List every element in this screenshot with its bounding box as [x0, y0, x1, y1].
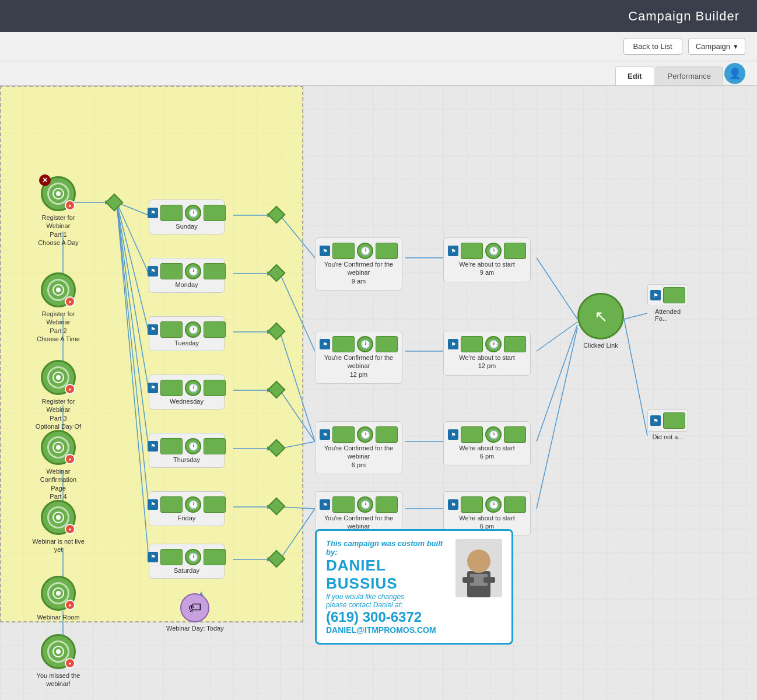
action-block2-friday [204, 496, 226, 513]
clicked-link-node[interactable]: ↖ Clicked Link [577, 293, 624, 349]
close-icon[interactable]: ✕ [39, 174, 51, 186]
day-block-sunday[interactable]: ⚑ 🕐 Sunday [149, 200, 225, 235]
sidebar-node-webinar-room[interactable]: Webinar Room [32, 576, 85, 621]
gb2-confirm-today [376, 496, 398, 513]
email-card-start-6pm[interactable]: ⚑ 🕐 We're about to start6 pm [443, 421, 531, 466]
node-circle-register-p3 [41, 360, 76, 395]
badge-icon [65, 384, 75, 394]
promo-email: DANIEL@ITMPROMOS.COM [326, 625, 450, 635]
label-start-12pm: We're about to start12 pm [459, 354, 514, 370]
gb-start-12pm [461, 336, 483, 352]
svg-line-42 [624, 313, 647, 319]
gb-attended [663, 287, 685, 303]
attended-node[interactable]: ⚑ AttendedFo... [647, 284, 688, 322]
badge-icon [65, 200, 75, 211]
header: Campaign Builder [0, 0, 757, 32]
gb-start-9am [461, 243, 483, 259]
flag-icon-wednesday: ⚑ [148, 383, 158, 393]
user-avatar-icon: 👤 [724, 63, 745, 84]
did-not-attend-node[interactable]: ⚑ Did not a... [647, 410, 688, 440]
action-block-wednesday [160, 380, 183, 396]
gb2-confirm-6pm [376, 426, 398, 443]
gb2-start-today [504, 496, 526, 513]
badge-icon [65, 524, 75, 534]
decision-diamond-main [108, 196, 121, 209]
diamond-monday [270, 267, 283, 279]
action-block-saturday [160, 549, 183, 565]
clock-icon-sunday: 🕐 [185, 205, 201, 221]
badge-icon [65, 658, 75, 668]
label-start-9am: We're about to start9 am [459, 260, 514, 277]
action-block-sunday [160, 205, 183, 221]
email-card-confirm-9am[interactable]: ⚑ 🕐 You're Confirmed for the webinar9 am [315, 237, 402, 290]
flag-icon-confirm-9am: ⚑ [320, 246, 330, 256]
person-icon: 👤 [728, 67, 741, 80]
back-to-list-button[interactable]: Back to List [623, 38, 682, 55]
badge-icon [65, 600, 75, 610]
promo-banner: This campaign was custom built by: DANIE… [315, 529, 513, 645]
tab-performance[interactable]: Performance [656, 66, 723, 85]
svg-line-38 [537, 258, 577, 319]
action-block-monday [160, 263, 183, 279]
clock-icon-monday: 🕐 [185, 263, 201, 279]
gb-did-not-attend [663, 412, 685, 429]
sidebar-node-register-p3[interactable]: Register for WebinarPart 3Optional Day O… [32, 360, 85, 439]
sidebar-node-confirmation[interactable]: Webinar Confirmation PagePart 4 [32, 430, 85, 501]
campaign-dropdown-button[interactable]: Campaign ▾ [688, 38, 745, 55]
email-card-confirm-12pm[interactable]: ⚑ 🕐 You're Confirmed for the webinar12 p… [315, 331, 402, 384]
clock-icon-saturday: 🕐 [185, 549, 201, 565]
gb2-confirm-12pm [376, 336, 398, 352]
label-confirm-9am: You're Confirmed for the webinar9 am [320, 260, 397, 285]
email-card-start-12pm[interactable]: ⚑ 🕐 We're about to start12 pm [443, 331, 531, 376]
promo-phone: (619) 300-6372 [326, 609, 450, 625]
day-label-monday: Monday [175, 281, 198, 288]
sidebar-node-register-p2[interactable]: Register for WebinarPart 2Choose A Time [32, 272, 85, 343]
day-label-sunday: Sunday [176, 223, 197, 230]
day-block-saturday[interactable]: ⚑ 🕐 Saturday [149, 544, 225, 579]
email-card-start-9am[interactable]: ⚑ 🕐 We're about to start9 am [443, 237, 531, 282]
svg-line-41 [537, 328, 577, 509]
clock-icon-wednesday: 🕐 [185, 380, 201, 396]
target-icon [52, 587, 64, 599]
day-label-thursday: Thursday [173, 456, 200, 463]
node-label-not-live: Webinar is not live yet [32, 537, 85, 554]
flag-icon-attended: ⚑ [650, 290, 661, 300]
clicked-link-label: Clicked Link [583, 342, 618, 349]
action-block2-wednesday [204, 380, 226, 396]
svg-line-39 [537, 322, 577, 351]
clock-icon-thursday: 🕐 [185, 438, 201, 454]
action-block2-tuesday [204, 321, 226, 338]
day-block-tuesday[interactable]: ⚑ 🕐 Tuesday [149, 316, 225, 351]
gb2-start-6pm [504, 426, 526, 443]
sidebar-node-not-live[interactable]: Webinar is not live yet [32, 500, 85, 554]
email-card-confirm-6pm[interactable]: ⚑ 🕐 You're Confirmed for the webinar6 pm [315, 421, 402, 474]
flag-icon-tuesday: ⚑ [148, 324, 158, 335]
clock-confirm-6pm: 🕐 [357, 426, 373, 443]
tab-edit[interactable]: Edit [615, 66, 654, 85]
attended-label: AttendedFo... [655, 308, 681, 322]
gb-confirm-6pm [332, 426, 355, 443]
clock-start-today: 🕐 [485, 496, 502, 513]
webinar-today-label: Webinar Day: Today [166, 625, 224, 632]
day-label-saturday: Saturday [174, 567, 199, 574]
app-title: Campaign Builder [628, 9, 740, 24]
gb-start-6pm [461, 426, 483, 443]
sidebar-node-register-p1[interactable]: ✕ Register for WebinarPart 1Choose A Day [32, 176, 85, 247]
diamond-tuesday [270, 325, 283, 338]
day-block-monday[interactable]: ⚑ 🕐 Monday [149, 258, 225, 293]
day-block-friday[interactable]: ⚑ 🕐 Friday [149, 491, 225, 526]
clock-confirm-12pm: 🕐 [357, 336, 373, 352]
day-block-wednesday[interactable]: ⚑ 🕐 Wednesday [149, 374, 225, 410]
target-icon [52, 442, 64, 453]
flag-icon-start-today: ⚑ [448, 499, 458, 510]
label-confirm-12pm: You're Confirmed for the webinar12 pm [320, 354, 397, 379]
flag-icon-start-12pm: ⚑ [448, 339, 458, 349]
day-label-tuesday: Tuesday [174, 340, 199, 346]
day-block-thursday[interactable]: ⚑ 🕐 Thursday [149, 433, 225, 468]
webinar-day-today-node[interactable]: 🏷 Webinar Day: Today [166, 593, 224, 632]
flag-icon-monday: ⚑ [148, 266, 158, 276]
flag-icon-start-6pm: ⚑ [448, 429, 458, 440]
promo-line1: This campaign was custom built by: [326, 539, 450, 556]
chevron-down-icon: ▾ [734, 42, 738, 51]
sidebar-node-missed[interactable]: You missed the webinar! [32, 634, 85, 688]
